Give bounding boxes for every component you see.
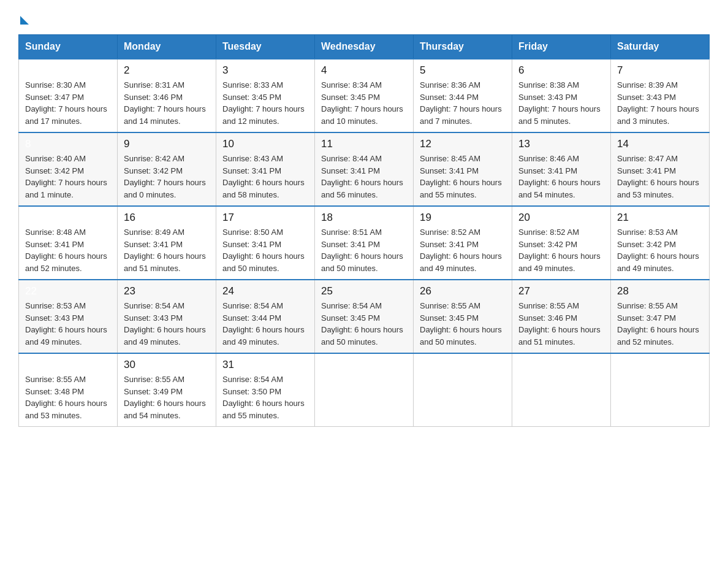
day-info: Sunrise: 8:55 AMSunset: 3:48 PMDaylight:…: [25, 373, 111, 421]
day-info: Sunrise: 8:36 AMSunset: 3:44 PMDaylight:…: [420, 79, 506, 127]
day-number: 24: [222, 285, 308, 297]
calendar-week-row: 15Sunrise: 8:48 AMSunset: 3:41 PMDayligh…: [19, 206, 710, 280]
calendar-cell: 13Sunrise: 8:46 AMSunset: 3:41 PMDayligh…: [512, 132, 611, 206]
calendar-cell: 2Sunrise: 8:31 AMSunset: 3:46 PMDaylight…: [118, 59, 216, 132]
day-info: Sunrise: 8:40 AMSunset: 3:42 PMDaylight:…: [25, 153, 111, 201]
calendar-cell: 25Sunrise: 8:54 AMSunset: 3:45 PMDayligh…: [315, 280, 414, 353]
day-number: 9: [124, 138, 210, 150]
day-info: Sunrise: 8:30 AMSunset: 3:47 PMDaylight:…: [25, 79, 111, 127]
calendar-cell: 8Sunrise: 8:40 AMSunset: 3:42 PMDaylight…: [19, 132, 118, 206]
day-info: Sunrise: 8:47 AMSunset: 3:41 PMDaylight:…: [617, 153, 703, 201]
day-number: 13: [518, 138, 604, 150]
day-info: Sunrise: 8:44 AMSunset: 3:41 PMDaylight:…: [321, 153, 407, 201]
calendar-cell: 5Sunrise: 8:36 AMSunset: 3:44 PMDaylight…: [414, 59, 512, 132]
day-number: 12: [420, 138, 506, 150]
day-info: Sunrise: 8:33 AMSunset: 3:45 PMDaylight:…: [222, 79, 308, 127]
day-number: 16: [124, 212, 210, 224]
calendar-cell: 19Sunrise: 8:52 AMSunset: 3:41 PMDayligh…: [414, 206, 512, 280]
calendar-cell: 11Sunrise: 8:44 AMSunset: 3:41 PMDayligh…: [315, 132, 414, 206]
calendar-cell: 24Sunrise: 8:54 AMSunset: 3:44 PMDayligh…: [216, 280, 315, 353]
day-number: 25: [321, 285, 407, 297]
header-saturday: Saturday: [611, 35, 710, 59]
day-number: 31: [222, 359, 308, 371]
day-info: Sunrise: 8:49 AMSunset: 3:41 PMDaylight:…: [124, 226, 210, 274]
day-number: 8: [25, 138, 111, 150]
day-info: Sunrise: 8:55 AMSunset: 3:47 PMDaylight:…: [617, 300, 703, 348]
day-number: 26: [420, 285, 506, 297]
calendar-cell: 18Sunrise: 8:51 AMSunset: 3:41 PMDayligh…: [315, 206, 414, 280]
day-info: Sunrise: 8:43 AMSunset: 3:41 PMDaylight:…: [222, 153, 308, 201]
day-number: 30: [124, 359, 210, 371]
calendar-cell: 1Sunrise: 8:30 AMSunset: 3:47 PMDaylight…: [19, 59, 118, 132]
day-number: 14: [617, 138, 703, 150]
day-number: 28: [617, 285, 703, 297]
calendar-cell: 27Sunrise: 8:55 AMSunset: 3:46 PMDayligh…: [512, 280, 611, 353]
page-header: [18, 12, 710, 22]
calendar-cell: 17Sunrise: 8:50 AMSunset: 3:41 PMDayligh…: [216, 206, 315, 280]
calendar-cell: 30Sunrise: 8:55 AMSunset: 3:49 PMDayligh…: [118, 353, 216, 427]
day-info: Sunrise: 8:34 AMSunset: 3:45 PMDaylight:…: [321, 79, 407, 127]
header-tuesday: Tuesday: [216, 35, 315, 59]
calendar-cell: [315, 353, 414, 427]
logo-arrow-icon: [20, 16, 29, 25]
calendar-cell: 28Sunrise: 8:55 AMSunset: 3:47 PMDayligh…: [611, 280, 710, 353]
calendar-table: SundayMondayTuesdayWednesdayThursdayFrid…: [18, 34, 710, 427]
day-number: 2: [124, 64, 210, 77]
calendar-cell: 12Sunrise: 8:45 AMSunset: 3:41 PMDayligh…: [414, 132, 512, 206]
calendar-cell: [512, 353, 611, 427]
calendar-cell: 29Sunrise: 8:55 AMSunset: 3:48 PMDayligh…: [19, 353, 118, 427]
day-info: Sunrise: 8:38 AMSunset: 3:43 PMDaylight:…: [518, 79, 604, 127]
calendar-cell: 4Sunrise: 8:34 AMSunset: 3:45 PMDaylight…: [315, 59, 414, 132]
calendar-cell: 14Sunrise: 8:47 AMSunset: 3:41 PMDayligh…: [611, 132, 710, 206]
calendar-cell: 10Sunrise: 8:43 AMSunset: 3:41 PMDayligh…: [216, 132, 315, 206]
day-info: Sunrise: 8:48 AMSunset: 3:41 PMDaylight:…: [25, 226, 111, 274]
calendar-cell: 15Sunrise: 8:48 AMSunset: 3:41 PMDayligh…: [19, 206, 118, 280]
calendar-week-row: 29Sunrise: 8:55 AMSunset: 3:48 PMDayligh…: [19, 353, 710, 427]
day-info: Sunrise: 8:39 AMSunset: 3:43 PMDaylight:…: [617, 79, 703, 127]
day-info: Sunrise: 8:50 AMSunset: 3:41 PMDaylight:…: [222, 226, 308, 274]
day-info: Sunrise: 8:31 AMSunset: 3:46 PMDaylight:…: [124, 79, 210, 127]
calendar-cell: 20Sunrise: 8:52 AMSunset: 3:42 PMDayligh…: [512, 206, 611, 280]
header-monday: Monday: [118, 35, 216, 59]
day-info: Sunrise: 8:53 AMSunset: 3:42 PMDaylight:…: [617, 226, 703, 274]
calendar-cell: 31Sunrise: 8:54 AMSunset: 3:50 PMDayligh…: [216, 353, 315, 427]
header-wednesday: Wednesday: [315, 35, 414, 59]
day-info: Sunrise: 8:52 AMSunset: 3:42 PMDaylight:…: [518, 226, 604, 274]
day-number: 7: [617, 64, 703, 77]
day-number: 18: [321, 212, 407, 224]
logo: [18, 12, 29, 22]
day-info: Sunrise: 8:54 AMSunset: 3:43 PMDaylight:…: [124, 300, 210, 348]
day-info: Sunrise: 8:53 AMSunset: 3:43 PMDaylight:…: [25, 300, 111, 348]
day-info: Sunrise: 8:52 AMSunset: 3:41 PMDaylight:…: [420, 226, 506, 274]
day-info: Sunrise: 8:54 AMSunset: 3:45 PMDaylight:…: [321, 300, 407, 348]
day-number: 5: [420, 64, 506, 77]
day-number: 21: [617, 212, 703, 224]
day-number: 4: [321, 64, 407, 77]
header-thursday: Thursday: [414, 35, 512, 59]
calendar-week-row: 22Sunrise: 8:53 AMSunset: 3:43 PMDayligh…: [19, 280, 710, 353]
calendar-cell: 22Sunrise: 8:53 AMSunset: 3:43 PMDayligh…: [19, 280, 118, 353]
day-number: 19: [420, 212, 506, 224]
calendar-cell: 21Sunrise: 8:53 AMSunset: 3:42 PMDayligh…: [611, 206, 710, 280]
day-number: 3: [222, 64, 308, 77]
calendar-cell: [414, 353, 512, 427]
calendar-week-row: 1Sunrise: 8:30 AMSunset: 3:47 PMDaylight…: [19, 59, 710, 132]
day-number: 22: [25, 285, 111, 297]
day-number: 23: [124, 285, 210, 297]
calendar-cell: 3Sunrise: 8:33 AMSunset: 3:45 PMDaylight…: [216, 59, 315, 132]
calendar-cell: 23Sunrise: 8:54 AMSunset: 3:43 PMDayligh…: [118, 280, 216, 353]
day-info: Sunrise: 8:46 AMSunset: 3:41 PMDaylight:…: [518, 153, 604, 201]
calendar-cell: 9Sunrise: 8:42 AMSunset: 3:42 PMDaylight…: [118, 132, 216, 206]
day-number: 6: [518, 64, 604, 77]
day-number: 10: [222, 138, 308, 150]
day-info: Sunrise: 8:54 AMSunset: 3:50 PMDaylight:…: [222, 373, 308, 421]
header-sunday: Sunday: [19, 35, 118, 59]
calendar-cell: 6Sunrise: 8:38 AMSunset: 3:43 PMDaylight…: [512, 59, 611, 132]
calendar-cell: 7Sunrise: 8:39 AMSunset: 3:43 PMDaylight…: [611, 59, 710, 132]
day-number: 15: [25, 212, 111, 224]
calendar-cell: [611, 353, 710, 427]
day-info: Sunrise: 8:54 AMSunset: 3:44 PMDaylight:…: [222, 300, 308, 348]
day-number: 1: [25, 64, 111, 77]
day-info: Sunrise: 8:55 AMSunset: 3:49 PMDaylight:…: [124, 373, 210, 421]
calendar-header-row: SundayMondayTuesdayWednesdayThursdayFrid…: [19, 35, 710, 59]
